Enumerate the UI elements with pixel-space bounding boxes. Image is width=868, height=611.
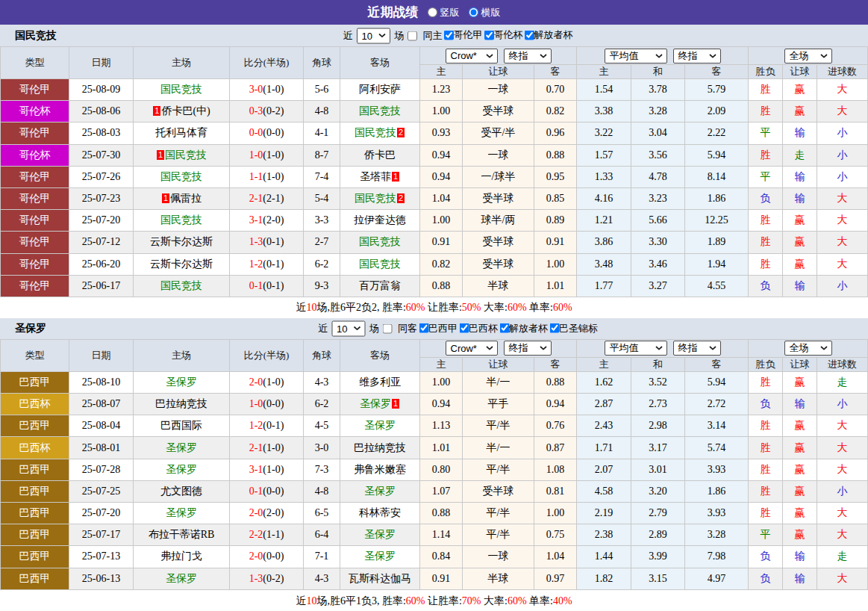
handicap-home-odds: 0.91 [420, 568, 463, 589]
europe-draw-odds: 3.04 [631, 122, 685, 144]
subcol-handicap-line: 让球 [463, 357, 534, 371]
corner-cell: 4-3 [304, 568, 340, 589]
handicap-away-odds: 1.00 [534, 253, 577, 275]
table-row: 哥伦杯 25-08-06 1侨卡巴(中) 0-3(0-2) 4-8 国民竞技 1… [1, 101, 868, 122]
date-cell: 25-08-09 [69, 79, 134, 101]
fulltime-score: 0-1 [249, 486, 263, 497]
team-label: 尤文图德 [160, 486, 202, 497]
table-row: 哥伦甲 25-06-17 国民竞技 0-1(0-1) 9-3 百万富翁 0.88… [1, 275, 868, 297]
team-name: 国民竞技 [15, 29, 57, 43]
column-header-type: 类型 [1, 339, 69, 371]
match-count-select[interactable]: 10 [331, 320, 365, 336]
away-team-cell: 维多利亚 [340, 371, 420, 393]
handicap-away-odds: 0.96 [534, 122, 577, 144]
handicap-stage-select[interactable]: 终指 [504, 341, 552, 356]
home-team-cell: 巴西国际 [134, 415, 230, 437]
result-wdl: 负 [749, 546, 783, 568]
bookmaker-select[interactable]: Crow* [446, 341, 498, 356]
europe-away-odds: 12.25 [685, 210, 749, 232]
same-venue-checkbox-input[interactable] [382, 323, 392, 333]
summary-stat-value: 10 [306, 302, 316, 313]
same-venue-checkbox[interactable]: 同主 [408, 29, 443, 43]
team-label: 国民竞技 [165, 149, 207, 161]
summary-text: 单率: [527, 302, 553, 313]
team-label: 弗鲁米嫩塞 [354, 464, 406, 475]
halftime-score: (0-0) [263, 127, 284, 138]
team-label: 圣保罗 [166, 442, 197, 453]
league-checkbox-input-2[interactable] [525, 30, 534, 40]
halftime-score: (0-0) [263, 398, 284, 409]
league-checkbox-input-2[interactable] [499, 323, 509, 333]
layout-vertical-radio[interactable]: 竖版 [428, 6, 460, 19]
handicap-home-odds: 1.23 [420, 79, 463, 101]
handicap-home-odds: 0.80 [420, 459, 463, 480]
subcol-europe-home: 主 [577, 357, 631, 371]
match-count-value: 10 [337, 323, 347, 334]
fulltime-score: 0-0 [249, 127, 263, 138]
summary-stat-value: 40% [553, 595, 572, 607]
halftime-score: (0-1) [263, 280, 284, 291]
corner-cell: 3-3 [304, 210, 340, 232]
score-cell: 1-3(0-2) [230, 568, 304, 589]
fulltime-score: 1-1 [249, 171, 263, 182]
halftime-score: (2-0) [263, 214, 284, 226]
fulltime-score: 2-1 [249, 442, 263, 453]
league-checkbox-1[interactable]: 哥伦杯 [484, 28, 523, 42]
handicap-away-odds: 0.97 [534, 568, 577, 589]
team-label: 圣保罗 [360, 398, 391, 409]
europe-home-odds: 2.07 [577, 459, 631, 480]
away-team-cell: 弗鲁米嫩塞 [340, 459, 420, 480]
europe-away-odds: 1.94 [685, 253, 749, 275]
bookmaker-select[interactable]: Crow* [446, 49, 498, 63]
scope-select[interactable]: 全场 [784, 49, 832, 63]
layout-horizontal-radio[interactable]: 横版 [469, 6, 501, 19]
home-team-cell: 云斯卡尔达斯 [134, 253, 230, 275]
league-checkbox-0[interactable]: 哥伦甲 [444, 28, 483, 42]
league-checkbox-input-3[interactable] [549, 323, 559, 333]
league-checkbox-2[interactable]: 解放者杯 [525, 28, 573, 42]
europe-home-odds: 2.87 [577, 394, 631, 415]
radio-vertical-icon[interactable] [428, 7, 437, 17]
league-checkbox-1[interactable]: 巴西杯 [459, 321, 498, 335]
team-label: 侨卡巴 [364, 149, 396, 161]
result-goals: 大 [817, 524, 868, 546]
league-checkbox-input-0[interactable] [419, 323, 428, 333]
fulltime-score: 3-0 [249, 84, 263, 95]
same-venue-checkbox-input[interactable] [408, 31, 417, 40]
fulltime-score: 3-1 [249, 214, 263, 226]
handicap-line: 受半球 [463, 232, 534, 253]
league-checkbox-3[interactable]: 巴圣锦标 [549, 321, 598, 335]
europe-source-select[interactable]: 平均值 [605, 49, 667, 63]
result-goals: 大 [817, 415, 868, 437]
league-checkbox-0[interactable]: 巴西甲 [419, 321, 458, 335]
handicap-stage-select[interactable]: 终指 [504, 49, 552, 63]
radio-horizontal-icon[interactable] [469, 7, 478, 17]
results-body: 巴西甲 25-08-10 圣保罗 2-0(1-0) 4-3 维多利亚 1.00 … [1, 371, 868, 589]
league-checkbox-input-0[interactable] [444, 30, 454, 40]
league-type-cell: 巴西杯 [1, 394, 69, 415]
league-checkbox-2[interactable]: 解放者杯 [499, 321, 548, 335]
away-team-cell: 国民竞技2 [340, 122, 420, 144]
handicap-home-odds: 1.00 [420, 210, 463, 232]
team-label: 国民竞技 [355, 127, 396, 138]
result-goals: 小 [817, 394, 868, 415]
europe-away-odds: 8.14 [685, 166, 749, 187]
europe-stage-select[interactable]: 终指 [673, 341, 721, 356]
europe-draw-odds: 3.27 [631, 275, 685, 297]
europe-home-odds: 1.62 [577, 371, 631, 393]
result-wdl: 胜 [749, 415, 783, 437]
league-checkbox-input-1[interactable] [459, 323, 469, 333]
europe-away-odds: 3.93 [685, 503, 749, 524]
corner-cell: 6-5 [304, 503, 340, 524]
match-count-select[interactable]: 10 [357, 28, 390, 43]
league-checkbox-input-1[interactable] [484, 30, 494, 40]
europe-away-odds: 5.74 [685, 437, 749, 459]
handicap-away-odds: 1.04 [534, 546, 577, 568]
same-venue-checkbox[interactable]: 同客 [382, 322, 417, 335]
halftime-score: (0-2) [263, 573, 284, 584]
europe-source-select[interactable]: 平均值 [605, 341, 667, 356]
europe-stage-select[interactable]: 终指 [673, 49, 721, 63]
europe-odds-header: 平均值 终指 [577, 339, 749, 357]
scope-select[interactable]: 全场 [784, 341, 832, 356]
europe-away-odds: 2.09 [685, 101, 749, 122]
